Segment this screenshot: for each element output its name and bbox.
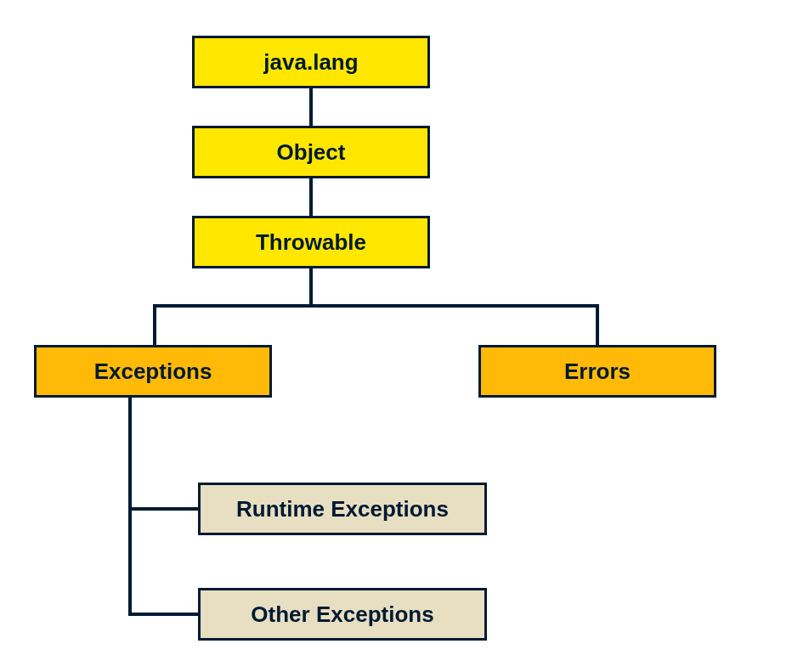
- connector-throwable-split-horizontal: [153, 304, 599, 308]
- connector-to-runtime: [128, 507, 198, 511]
- connector-object-throwable: [309, 178, 313, 216]
- node-other-exceptions: Other Exceptions: [198, 588, 487, 641]
- connector-throwable-down: [309, 268, 313, 308]
- connector-to-errors: [596, 304, 599, 345]
- connector-javalang-object: [309, 88, 313, 126]
- node-java-lang-label: java.lang: [263, 49, 358, 76]
- node-errors: Errors: [478, 345, 716, 398]
- connector-to-other: [128, 613, 198, 616]
- node-exceptions-label: Exceptions: [94, 359, 212, 385]
- node-exceptions: Exceptions: [34, 345, 272, 398]
- node-errors-label: Errors: [564, 359, 631, 385]
- node-throwable-label: Throwable: [256, 229, 366, 256]
- node-other-exceptions-label: Other Exceptions: [251, 601, 433, 628]
- node-throwable: Throwable: [192, 216, 430, 268]
- node-java-lang: java.lang: [192, 36, 430, 88]
- connector-to-exceptions: [153, 304, 156, 345]
- node-object: Object: [192, 126, 430, 178]
- node-runtime-exceptions: Runtime Exceptions: [198, 483, 487, 535]
- node-runtime-exceptions-label: Runtime Exceptions: [236, 496, 449, 522]
- node-object-label: Object: [277, 139, 346, 166]
